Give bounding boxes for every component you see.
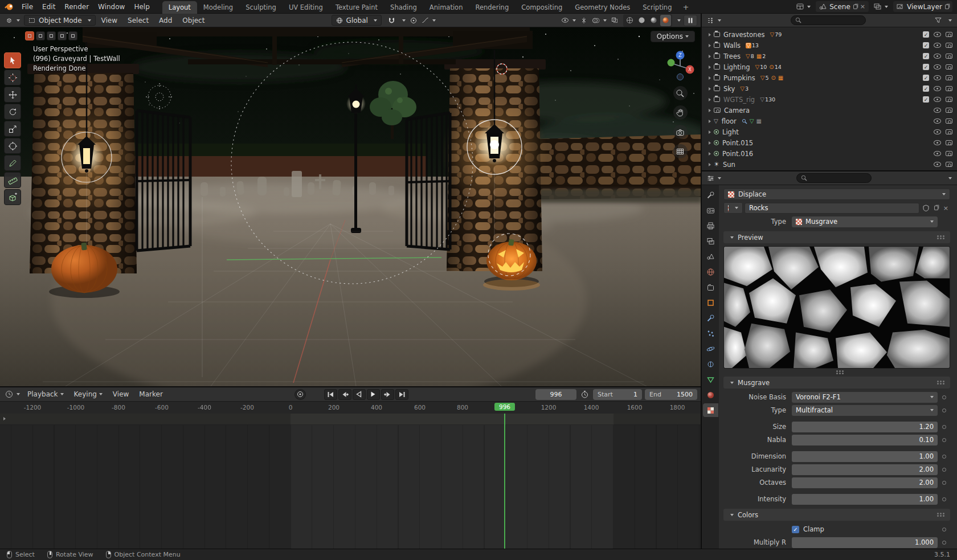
tool-select-box[interactable] (4, 52, 21, 68)
new-scene-icon[interactable] (853, 5, 857, 9)
panel-header-musgrave[interactable]: Musgrave (723, 377, 950, 389)
viewlayer-selector[interactable]: ViewLayer (893, 1, 952, 12)
collection-checkbox[interactable]: ✓ (923, 42, 929, 48)
channel-expand-icon[interactable] (3, 417, 6, 420)
menu-help[interactable]: Help (129, 0, 154, 14)
animate-decorator[interactable] (942, 481, 946, 485)
viewport-3d[interactable]: User Perspective (996) Graveyard | TestW… (0, 27, 701, 386)
tool-rotate[interactable] (4, 104, 21, 120)
tab-scripting[interactable]: Scripting (636, 1, 678, 14)
outliner-row-floor[interactable]: ▽ floor ▽▦ (702, 116, 957, 126)
menu-window[interactable]: Window (93, 0, 129, 14)
texture-name-field[interactable]: Rocks (745, 203, 919, 214)
filter-funnel-button[interactable] (933, 15, 943, 26)
properties-tab-modifiers[interactable] (703, 311, 718, 325)
jump-to-end-button[interactable] (395, 389, 408, 400)
dimension-field[interactable]: 1.00 (792, 451, 938, 462)
menu-object[interactable]: Object (178, 14, 209, 27)
tool-add-cube[interactable] (4, 189, 21, 205)
animate-decorator[interactable] (942, 497, 946, 501)
next-keyframe-button[interactable] (381, 389, 394, 400)
musgrave-type-dropdown[interactable]: Multifractal (792, 405, 938, 416)
properties-tab-collection[interactable] (703, 280, 718, 294)
hide-viewport-icon[interactable] (934, 118, 941, 124)
properties-tab-render[interactable] (703, 203, 718, 217)
select-lasso-button[interactable] (58, 31, 67, 40)
hide-viewport-icon[interactable] (934, 162, 941, 167)
add-workspace-button[interactable]: + (678, 1, 693, 14)
hide-viewport-icon[interactable] (934, 108, 941, 113)
tool-transform[interactable] (4, 138, 21, 154)
expand-icon[interactable] (709, 130, 711, 134)
outliner-editor-type-dropdown[interactable] (705, 15, 723, 26)
new-texture-button[interactable] (933, 202, 940, 214)
menu-render[interactable]: Render (60, 0, 93, 14)
properties-tab-tool[interactable] (703, 188, 718, 202)
disable-render-icon[interactable] (946, 32, 952, 37)
menu-edit[interactable]: Edit (38, 0, 60, 14)
properties-tab-texture[interactable] (703, 403, 718, 417)
menu-file[interactable]: File (17, 0, 38, 14)
menu-marker[interactable]: Marker (134, 387, 167, 401)
disable-render-icon[interactable] (946, 151, 952, 156)
size-field[interactable]: 1.20 (792, 422, 938, 432)
tab-compositing[interactable]: Compositing (515, 1, 569, 14)
menu-select[interactable]: Select (123, 14, 153, 27)
orthographic-toggle-button[interactable] (673, 144, 688, 158)
collection-checkbox[interactable]: ✓ (923, 31, 929, 38)
properties-tab-constraints[interactable] (703, 357, 718, 371)
collection-checkbox[interactable]: ✓ (923, 64, 929, 70)
expand-icon[interactable] (709, 98, 711, 101)
outliner-row-camera[interactable]: Camera (702, 105, 957, 116)
select-mode-extra-button[interactable] (68, 31, 77, 40)
texture-browse-dropdown[interactable] (723, 202, 743, 214)
outliner-row-wgts-rig[interactable]: WGTS_rig ▽130 ✓ (702, 94, 957, 105)
lacunarity-field[interactable]: 2.00 (792, 464, 938, 475)
outliner-row-light[interactable]: Light (702, 126, 957, 137)
outliner-row-lighting[interactable]: Lighting ▽10⊙14 ✓ (702, 62, 957, 72)
panel-header-colors[interactable]: Colors (723, 509, 950, 521)
xray-toggle[interactable] (610, 15, 620, 26)
auto-keying-button[interactable] (295, 389, 306, 400)
play-reverse-button[interactable] (353, 389, 366, 400)
hide-viewport-icon[interactable] (934, 75, 941, 80)
properties-editor-type-dropdown[interactable] (705, 173, 723, 184)
animate-decorator[interactable] (942, 438, 946, 442)
pause-render-button[interactable] (684, 15, 697, 26)
fake-user-button[interactable] (921, 202, 931, 214)
mode-dropdown[interactable]: Object Mode (24, 15, 96, 26)
tab-rendering[interactable]: Rendering (469, 1, 515, 14)
properties-tab-object[interactable] (703, 296, 718, 309)
expand-icon[interactable] (709, 33, 711, 36)
gizmo-toggle[interactable] (579, 15, 589, 26)
noise-basis-dropdown[interactable]: Voronoi F2-F1 (792, 392, 938, 403)
expand-icon[interactable] (709, 87, 711, 91)
frame-end-field[interactable]: End1500 (645, 389, 697, 400)
current-frame-field[interactable]: 996 (535, 389, 576, 400)
expand-icon[interactable] (709, 76, 711, 80)
outliner-row-pumpkins[interactable]: Pumpkins ▽5⊙▦ ✓ (702, 72, 957, 83)
select-circle-button[interactable] (47, 31, 56, 40)
snap-settings-dropdown[interactable] (398, 15, 407, 26)
texture-context-dropdown[interactable]: Displace (723, 189, 950, 200)
shading-wireframe-button[interactable] (624, 15, 635, 26)
editor-type-dropdown[interactable] (3, 15, 22, 26)
hide-viewport-icon[interactable] (934, 32, 941, 37)
menu-view[interactable]: View (97, 14, 122, 27)
select-tweak-button[interactable] (25, 31, 34, 40)
expand-icon[interactable] (709, 109, 711, 112)
select-box-button[interactable] (36, 31, 45, 40)
tab-animation[interactable]: Animation (423, 1, 469, 14)
render-scene[interactable] (0, 27, 701, 386)
menu-playback[interactable]: Playback (23, 387, 68, 401)
shading-solid-button[interactable] (636, 15, 647, 26)
expand-icon[interactable] (709, 55, 711, 58)
menu-add[interactable]: Add (154, 14, 177, 27)
object-visibility-dropdown[interactable] (559, 15, 578, 26)
frame-start-field[interactable]: Start1 (593, 389, 642, 400)
collection-checkbox[interactable]: ✓ (923, 96, 929, 103)
panel-header-preview[interactable]: Preview (723, 231, 950, 243)
properties-search-input[interactable] (796, 173, 872, 183)
outliner-row-gravestones[interactable]: Gravestones ▽79 ✓ (702, 29, 957, 40)
tab-geometry-nodes[interactable]: Geometry Nodes (569, 1, 636, 14)
